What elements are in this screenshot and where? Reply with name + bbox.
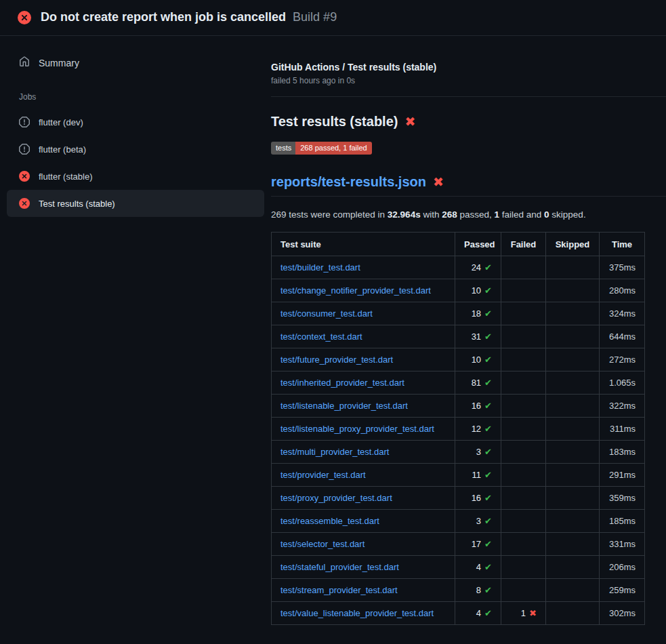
time-cell: 272ms — [600, 348, 645, 371]
time-cell: 302ms — [600, 602, 645, 625]
suite-link[interactable]: test/inherited_provider_test.dart — [280, 378, 404, 388]
result-count: 10 — [472, 355, 481, 365]
summary-part: skipped. — [549, 209, 586, 220]
suite-link[interactable]: test/stateful_provider_test.dart — [280, 562, 399, 572]
suite-cell: test/consumer_test.dart — [272, 302, 455, 325]
suite-link[interactable]: test/selector_test.dart — [280, 539, 365, 549]
section-title: Test results (stable) ✖ — [271, 114, 666, 129]
sidebar: Summary Jobs flutter (dev) flutter (beta… — [0, 36, 271, 217]
cross-icon: ✖ — [529, 608, 537, 618]
summary-label: Summary — [39, 58, 79, 68]
job-item[interactable]: flutter (beta) — [7, 136, 264, 163]
time-cell: 359ms — [600, 487, 645, 510]
failed-cell — [501, 395, 546, 418]
table-row: test/change_notifier_provider_test.dart … — [272, 279, 645, 302]
run-status: failed 5 hours ago in 0s — [271, 76, 666, 85]
suite-link[interactable]: test/listenable_provider_test.dart — [280, 401, 408, 411]
failed-cell — [501, 556, 546, 579]
table-row: test/future_provider_test.dart 10✔ 272ms — [272, 348, 645, 371]
jobs-heading: Jobs — [0, 75, 271, 108]
suite-link[interactable]: test/value_listenable_provider_test.dart — [280, 608, 434, 618]
suite-link[interactable]: test/change_notifier_provider_test.dart — [280, 285, 431, 296]
time-cell: 311ms — [600, 418, 645, 441]
suite-link[interactable]: test/provider_test.dart — [280, 470, 366, 480]
job-item[interactable]: flutter (dev) — [7, 108, 264, 136]
sidebar-item-summary[interactable]: Summary — [0, 51, 271, 75]
result-count: 81 — [472, 378, 481, 388]
check-icon: ✔ — [484, 516, 492, 526]
skipped-cell — [546, 510, 600, 533]
column-header-passed: Passed — [455, 233, 501, 256]
result-count: 18 — [472, 308, 481, 319]
time-cell: 644ms — [600, 325, 645, 348]
table-row: test/listenable_provider_test.dart 16✔ 3… — [272, 395, 645, 418]
passed-cell: 10✔ — [455, 348, 501, 371]
check-icon: ✔ — [484, 355, 492, 365]
table-row: test/context_test.dart 31✔ 644ms — [272, 325, 645, 348]
time-cell: 375ms — [600, 256, 645, 279]
check-icon: ✔ — [484, 424, 492, 434]
app-header: Do not create report when job is cancell… — [0, 0, 666, 36]
failed-cell — [501, 441, 546, 464]
suite-link[interactable]: test/context_test.dart — [280, 331, 362, 342]
result-count: 17 — [472, 539, 481, 549]
results-table-body: test/builder_test.dart 24✔ 375ms test/ch… — [272, 256, 645, 625]
badge-label: tests — [271, 142, 295, 155]
column-header-time: Time — [600, 233, 645, 256]
suite-cell: test/stateful_provider_test.dart — [272, 556, 455, 579]
suite-link[interactable]: test/proxy_provider_test.dart — [280, 493, 392, 503]
check-icon: ✔ — [484, 331, 492, 342]
suite-link[interactable]: test/consumer_test.dart — [280, 308, 373, 319]
summary-part: failed and — [499, 209, 544, 220]
result-count: 1 — [521, 608, 526, 618]
failed-cell — [501, 418, 546, 441]
results-table: Test suite Passed Failed Skipped Time te… — [271, 232, 645, 625]
failed-cell — [501, 302, 546, 325]
suite-cell: test/future_provider_test.dart — [272, 348, 455, 371]
x-circle-icon — [19, 171, 30, 182]
time-cell: 185ms — [600, 510, 645, 533]
result-count: 4 — [476, 562, 481, 572]
suite-cell: test/context_test.dart — [272, 325, 455, 348]
check-icon: ✔ — [484, 493, 492, 503]
job-item[interactable]: flutter (stable) — [7, 163, 264, 190]
result-count: 31 — [472, 331, 481, 342]
job-label: flutter (beta) — [39, 144, 86, 155]
skipped-cell — [546, 395, 600, 418]
result-count: 10 — [472, 285, 481, 296]
skipped-cell — [546, 371, 600, 395]
skipped-cell — [546, 533, 600, 556]
summary-part: 269 tests were completed in — [271, 209, 388, 220]
build-number: Build #9 — [293, 10, 337, 24]
check-icon: ✔ — [484, 539, 492, 549]
suite-link[interactable]: test/multi_provider_test.dart — [280, 447, 389, 457]
column-header-failed: Failed — [501, 233, 546, 256]
table-row: test/builder_test.dart 24✔ 375ms — [272, 256, 645, 279]
suite-cell: test/listenable_proxy_provider_test.dart — [272, 418, 455, 441]
failed-cell — [501, 325, 546, 348]
suite-link[interactable]: test/reassemble_test.dart — [280, 516, 379, 526]
section-title-text: Test results (stable) — [271, 114, 398, 129]
check-icon: ✔ — [484, 447, 492, 457]
suite-link[interactable]: test/stream_provider_test.dart — [280, 585, 398, 595]
x-circle-icon — [19, 198, 30, 209]
check-icon: ✔ — [484, 470, 492, 480]
suite-link[interactable]: test/future_provider_test.dart — [280, 355, 393, 365]
passed-cell: 11✔ — [455, 464, 501, 487]
passed-cell: 12✔ — [455, 418, 501, 441]
result-count: 11 — [472, 470, 482, 480]
suite-cell: test/listenable_provider_test.dart — [272, 395, 455, 418]
report-link[interactable]: reports/test-results.json — [271, 174, 426, 190]
table-row: test/listenable_proxy_provider_test.dart… — [272, 418, 645, 441]
table-row: test/inherited_provider_test.dart 81✔ 1.… — [272, 371, 645, 395]
failed-cell — [501, 348, 546, 371]
suite-link[interactable]: test/builder_test.dart — [280, 262, 360, 273]
suite-link[interactable]: test/listenable_proxy_provider_test.dart — [280, 424, 434, 434]
passed-cell: 31✔ — [455, 325, 501, 348]
summary-part: passed, — [457, 209, 495, 220]
skipped-cell — [546, 348, 600, 371]
job-item[interactable]: Test results (stable) — [7, 190, 264, 217]
skipped-cell — [546, 602, 600, 625]
failed-cell — [501, 371, 546, 395]
passed-cell: 17✔ — [455, 533, 501, 556]
